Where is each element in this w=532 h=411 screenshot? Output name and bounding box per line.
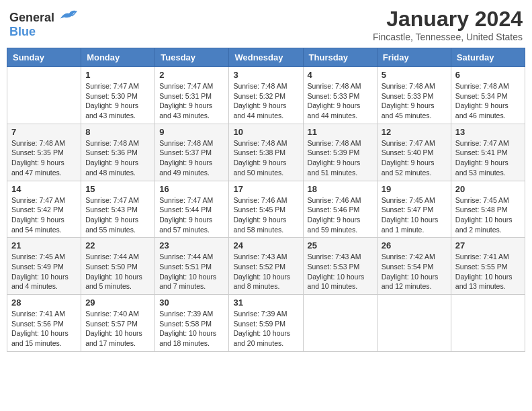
day-info: Sunrise: 7:47 AM Sunset: 5:31 PM Dayligh…	[159, 81, 224, 121]
day-info: Sunrise: 7:44 AM Sunset: 5:51 PM Dayligh…	[159, 252, 224, 291]
title-section: January 2024 Fincastle, Tennessee, Unite…	[373, 7, 523, 42]
day-number: 1	[85, 70, 150, 80]
location-subtitle: Fincastle, Tennessee, United States	[373, 32, 523, 42]
calendar-cell: 14Sunrise: 7:47 AM Sunset: 5:42 PM Dayli…	[7, 181, 81, 238]
weekday-header-monday: Monday	[81, 48, 155, 67]
day-info: Sunrise: 7:39 AM Sunset: 5:58 PM Dayligh…	[159, 309, 224, 349]
day-number: 10	[233, 127, 298, 137]
day-number: 16	[159, 184, 224, 194]
day-number: 23	[159, 240, 224, 250]
calendar-cell: 13Sunrise: 7:47 AM Sunset: 5:41 PM Dayli…	[451, 124, 525, 181]
calendar-cell: 26Sunrise: 7:42 AM Sunset: 5:54 PM Dayli…	[377, 238, 451, 295]
calendar-cell: 21Sunrise: 7:45 AM Sunset: 5:49 PM Dayli…	[7, 238, 81, 295]
month-title: January 2024	[373, 7, 523, 32]
day-info: Sunrise: 7:46 AM Sunset: 5:46 PM Dayligh…	[308, 195, 373, 235]
day-number: 15	[85, 184, 150, 194]
day-number: 20	[455, 184, 521, 194]
weekday-header-sunday: Sunday	[7, 48, 81, 67]
calendar-cell: 24Sunrise: 7:43 AM Sunset: 5:52 PM Dayli…	[229, 238, 303, 295]
calendar-cell: 1Sunrise: 7:47 AM Sunset: 5:30 PM Daylig…	[81, 67, 155, 124]
day-info: Sunrise: 7:47 AM Sunset: 5:30 PM Dayligh…	[85, 81, 150, 121]
day-number: 9	[159, 127, 224, 137]
calendar-cell: 22Sunrise: 7:44 AM Sunset: 5:50 PM Dayli…	[81, 238, 155, 295]
calendar-cell: 20Sunrise: 7:45 AM Sunset: 5:48 PM Dayli…	[451, 181, 525, 238]
day-number: 27	[455, 240, 521, 250]
calendar-table: SundayMondayTuesdayWednesdayThursdayFrid…	[7, 48, 525, 352]
calendar-cell: 4Sunrise: 7:48 AM Sunset: 5:33 PM Daylig…	[303, 67, 377, 124]
page-header: General Blue January 2024 Fincastle, Ten…	[7, 7, 525, 42]
calendar-cell	[303, 295, 377, 352]
calendar-week-row: 7Sunrise: 7:48 AM Sunset: 5:35 PM Daylig…	[7, 124, 525, 181]
logo-blue: Blue	[9, 25, 36, 38]
calendar-cell: 17Sunrise: 7:46 AM Sunset: 5:45 PM Dayli…	[229, 181, 303, 238]
day-number: 14	[11, 184, 77, 194]
weekday-header-tuesday: Tuesday	[155, 48, 229, 67]
day-info: Sunrise: 7:46 AM Sunset: 5:45 PM Dayligh…	[233, 195, 298, 235]
calendar-cell: 2Sunrise: 7:47 AM Sunset: 5:31 PM Daylig…	[155, 67, 229, 124]
day-number: 31	[233, 298, 298, 308]
day-info: Sunrise: 7:45 AM Sunset: 5:48 PM Dayligh…	[455, 195, 521, 235]
calendar-week-row: 14Sunrise: 7:47 AM Sunset: 5:42 PM Dayli…	[7, 181, 525, 238]
calendar-cell: 11Sunrise: 7:48 AM Sunset: 5:39 PM Dayli…	[303, 124, 377, 181]
day-info: Sunrise: 7:47 AM Sunset: 5:44 PM Dayligh…	[159, 195, 224, 235]
day-info: Sunrise: 7:41 AM Sunset: 5:56 PM Dayligh…	[11, 309, 77, 349]
day-info: Sunrise: 7:47 AM Sunset: 5:42 PM Dayligh…	[11, 195, 77, 235]
day-number: 28	[11, 298, 77, 308]
day-info: Sunrise: 7:48 AM Sunset: 5:33 PM Dayligh…	[382, 81, 447, 121]
weekday-header-thursday: Thursday	[303, 48, 377, 67]
day-info: Sunrise: 7:48 AM Sunset: 5:33 PM Dayligh…	[308, 81, 373, 121]
calendar-cell: 3Sunrise: 7:48 AM Sunset: 5:32 PM Daylig…	[229, 67, 303, 124]
calendar-cell: 23Sunrise: 7:44 AM Sunset: 5:51 PM Dayli…	[155, 238, 229, 295]
day-number: 24	[233, 240, 298, 250]
calendar-cell: 29Sunrise: 7:40 AM Sunset: 5:57 PM Dayli…	[81, 295, 155, 352]
day-info: Sunrise: 7:48 AM Sunset: 5:32 PM Dayligh…	[233, 81, 298, 121]
calendar-week-row: 21Sunrise: 7:45 AM Sunset: 5:49 PM Dayli…	[7, 238, 525, 295]
day-number: 11	[308, 127, 373, 137]
day-info: Sunrise: 7:48 AM Sunset: 5:34 PM Dayligh…	[455, 81, 521, 121]
weekday-header-friday: Friday	[377, 48, 451, 67]
day-number: 29	[85, 298, 150, 308]
calendar-cell: 5Sunrise: 7:48 AM Sunset: 5:33 PM Daylig…	[377, 67, 451, 124]
day-number: 26	[382, 240, 447, 250]
logo-bird-icon	[59, 7, 78, 21]
calendar-week-row: 28Sunrise: 7:41 AM Sunset: 5:56 PM Dayli…	[7, 295, 525, 352]
calendar-cell	[451, 295, 525, 352]
day-number: 3	[233, 70, 298, 80]
calendar-week-row: 1Sunrise: 7:47 AM Sunset: 5:30 PM Daylig…	[7, 67, 525, 124]
day-number: 2	[159, 70, 224, 80]
day-info: Sunrise: 7:43 AM Sunset: 5:52 PM Dayligh…	[233, 252, 298, 291]
day-info: Sunrise: 7:48 AM Sunset: 5:39 PM Dayligh…	[308, 138, 373, 178]
day-number: 6	[455, 70, 521, 80]
calendar-cell: 6Sunrise: 7:48 AM Sunset: 5:34 PM Daylig…	[451, 67, 525, 124]
day-number: 8	[85, 127, 150, 137]
day-info: Sunrise: 7:47 AM Sunset: 5:40 PM Dayligh…	[382, 138, 447, 178]
calendar-cell: 25Sunrise: 7:43 AM Sunset: 5:53 PM Dayli…	[303, 238, 377, 295]
day-number: 7	[11, 127, 77, 137]
day-info: Sunrise: 7:39 AM Sunset: 5:59 PM Dayligh…	[233, 309, 298, 349]
day-number: 5	[382, 70, 447, 80]
calendar-cell: 9Sunrise: 7:48 AM Sunset: 5:37 PM Daylig…	[155, 124, 229, 181]
calendar-cell: 27Sunrise: 7:41 AM Sunset: 5:55 PM Dayli…	[451, 238, 525, 295]
day-info: Sunrise: 7:48 AM Sunset: 5:35 PM Dayligh…	[11, 138, 77, 178]
calendar-cell: 8Sunrise: 7:48 AM Sunset: 5:36 PM Daylig…	[81, 124, 155, 181]
calendar-cell: 12Sunrise: 7:47 AM Sunset: 5:40 PM Dayli…	[377, 124, 451, 181]
weekday-header-wednesday: Wednesday	[229, 48, 303, 67]
calendar-cell: 31Sunrise: 7:39 AM Sunset: 5:59 PM Dayli…	[229, 295, 303, 352]
day-info: Sunrise: 7:44 AM Sunset: 5:50 PM Dayligh…	[85, 252, 150, 291]
day-info: Sunrise: 7:43 AM Sunset: 5:53 PM Dayligh…	[308, 252, 373, 291]
calendar-cell	[7, 67, 81, 124]
day-number: 12	[382, 127, 447, 137]
day-number: 13	[455, 127, 521, 137]
day-number: 21	[11, 240, 77, 250]
calendar-cell: 30Sunrise: 7:39 AM Sunset: 5:58 PM Dayli…	[155, 295, 229, 352]
day-number: 22	[85, 240, 150, 250]
calendar-cell: 18Sunrise: 7:46 AM Sunset: 5:46 PM Dayli…	[303, 181, 377, 238]
day-info: Sunrise: 7:45 AM Sunset: 5:49 PM Dayligh…	[11, 252, 77, 291]
day-info: Sunrise: 7:47 AM Sunset: 5:41 PM Dayligh…	[455, 138, 521, 178]
calendar-cell: 19Sunrise: 7:45 AM Sunset: 5:47 PM Dayli…	[377, 181, 451, 238]
calendar-header-row: SundayMondayTuesdayWednesdayThursdayFrid…	[7, 48, 525, 67]
day-number: 4	[308, 70, 373, 80]
calendar-cell: 7Sunrise: 7:48 AM Sunset: 5:35 PM Daylig…	[7, 124, 81, 181]
calendar-cell: 16Sunrise: 7:47 AM Sunset: 5:44 PM Dayli…	[155, 181, 229, 238]
day-number: 30	[159, 298, 224, 308]
